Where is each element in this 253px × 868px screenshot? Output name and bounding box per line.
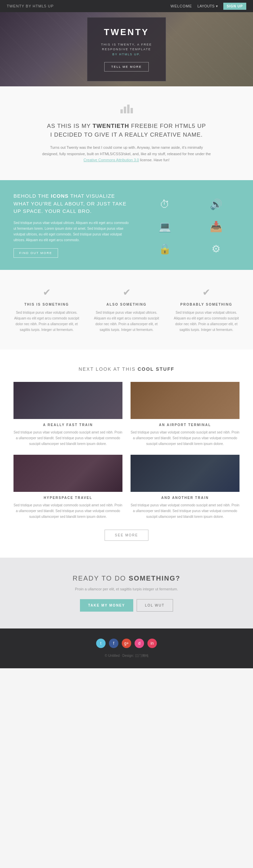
cool-item-4: AND ANOTHER TRAIN Sed tristique purus vi… — [131, 455, 240, 520]
cta-heading-bold: SOMETHING? — [129, 575, 180, 582]
hero-box: TWENTY THIS IS TWENTY, A FREE RESPONSIVE… — [87, 17, 166, 81]
chevron-down-icon: ▾ — [216, 4, 218, 8]
cool-item-text-4: Sed tristique purus vitae volutpat commo… — [131, 502, 240, 520]
footer: t f g+ d in © Untitled · Design: 江门博纯 — [0, 628, 253, 668]
nav-layouts[interactable]: LAYOUTS ▾ — [197, 4, 218, 8]
cool-item-title-2: AN AIRPORT TERMINAL — [131, 423, 240, 427]
cool-item-title-1: A REALLY FAST TRAIN — [13, 423, 122, 427]
cool-image-4 — [131, 455, 240, 492]
hero-button[interactable]: TELL ME MORE — [104, 62, 149, 72]
features-heading-pre: BEHOLD THE — [13, 193, 51, 199]
cool-image-1 — [13, 382, 122, 419]
twitter-icon[interactable]: t — [96, 639, 106, 648]
laptop-icon: 💻 — [159, 221, 171, 232]
check-icon-1: ✔ — [10, 287, 83, 298]
cool-item-title-4: AND ANOTHER TRAIN — [131, 496, 240, 500]
cta-buttons: TAKE MY MONEY LOL WUT — [13, 599, 240, 612]
cool-item-title-3: HYPERSPACE TRAVEL — [13, 496, 122, 500]
navbar: TWENTY BY HTML5 UP WELCOME LAYOUTS ▾ SIG… — [0, 0, 253, 12]
cool-section: NEXT LOOK AT THIS COOL STUFF A REALLY FA… — [0, 349, 253, 558]
cool-heading-pre: NEXT LOOK AT THIS — [79, 366, 138, 372]
hero-sub-span: BY HTML5 UP. — [112, 53, 141, 56]
hero-sub-line1: THIS IS TWENTY, A FREE — [101, 42, 152, 47]
svg-rect-1 — [124, 107, 126, 113]
bar-chart-icon — [20, 103, 233, 116]
facebook-icon[interactable]: f — [109, 639, 118, 648]
col-title-1: THIS IS SOMETHING — [10, 303, 83, 306]
cta-section: READY TO DO SOMETHING? Proin a ullamcor … — [0, 558, 253, 628]
nav-layouts-label: LAYOUTS — [197, 4, 215, 8]
gear-icon: ⚙ — [212, 243, 221, 255]
check-icon-2: ✔ — [90, 287, 163, 298]
cta-heading: READY TO DO SOMETHING? — [13, 575, 240, 582]
svg-rect-2 — [127, 105, 130, 113]
cta-primary-button[interactable]: TAKE MY MONEY — [80, 599, 133, 612]
cool-item-2: AN AIRPORT TERMINAL Sed tristique purus … — [131, 382, 240, 447]
dribbble-icon[interactable]: d — [135, 639, 144, 648]
signup-button[interactable]: SIGN UP — [223, 3, 246, 10]
intro-heading-bold: TWENTIETH — [93, 123, 129, 129]
hero-sub-line3: BY HTML5 UP. — [101, 52, 152, 57]
google-icon[interactable]: g+ — [122, 639, 131, 648]
features-section: BEHOLD THE ICONS THAT VISUALIZE WHAT YOU… — [0, 180, 253, 270]
col-text-2: Sed tristique purus vitae volutpat ultri… — [90, 310, 163, 333]
social-icons: t f g+ d in — [13, 639, 240, 648]
intro-heading: AS THIS IS MY TWENTIETH FREEBIE FOR HTML… — [20, 122, 233, 139]
cool-grid: A REALLY FAST TRAIN Sed tristique purus … — [13, 382, 240, 520]
col-text-3: Sed tristique purus vitae volutpat ultri… — [170, 310, 243, 333]
inbox-icon: 📥 — [210, 221, 222, 232]
svg-rect-0 — [120, 109, 123, 113]
hero-subtitle: THIS IS TWENTY, A FREE RESPONSIVE TEMPLA… — [101, 42, 152, 57]
col-text-1: Sed tristique purus vitae volutpat ultri… — [10, 310, 83, 333]
nav-welcome[interactable]: WELCOME — [171, 4, 192, 8]
cool-item-1: A REALLY FAST TRAIN Sed tristique purus … — [13, 382, 122, 447]
features-heading: BEHOLD THE ICONS THAT VISUALIZE WHAT YOU… — [13, 192, 131, 215]
hero-sub-line2: RESPONSIVE TEMPLATE — [101, 47, 152, 52]
cta-text: Proin a ullamcor per elit, et sagittis t… — [13, 587, 240, 591]
intro-heading-line2: I DECIDED TO GIVE IT A REALLY CREATIVE N… — [50, 132, 203, 138]
features-text: BEHOLD THE ICONS THAT VISUALIZE WHAT YOU… — [13, 192, 131, 258]
speaker-icon: 🔊 — [210, 198, 222, 210]
intro-link[interactable]: Creative Commons Attribution 3.0 — [84, 158, 139, 162]
brand-sub: BY HTML5 UP — [24, 4, 54, 8]
intro-text-post: license. Have fun! — [140, 158, 169, 162]
cool-more: SEE MORE — [13, 530, 240, 541]
col-item-1: ✔ THIS IS SOMETHING Sed tristique purus … — [10, 287, 83, 333]
cool-item-3: HYPERSPACE TRAVEL Sed tristique purus vi… — [13, 455, 122, 520]
check-icon-3: ✔ — [170, 287, 243, 298]
intro-heading-post: FREEBIE FOR HTML5 UP — [129, 123, 206, 129]
features-heading-bold: ICONS — [51, 193, 69, 199]
intro-text-pre: Turns out Twenty was the best I could co… — [42, 145, 211, 156]
features-icons: ⏱ 🔊 💻 📥 🔒 ⚙ — [141, 192, 240, 258]
cta-heading-pre: READY TO DO — [73, 575, 129, 582]
three-col-section: ✔ THIS IS SOMETHING Sed tristique purus … — [0, 270, 253, 349]
brand-name: TWENTY — [7, 4, 24, 8]
cta-secondary-button[interactable]: LOL WUT — [137, 599, 173, 612]
intro-heading-pre: AS THIS IS MY — [47, 123, 92, 129]
intro-text: Turns out Twenty was the best I could co… — [42, 144, 211, 163]
footer-copyright: © Untitled · Design: 江门博纯 — [13, 653, 240, 658]
lock-icon: 🔒 — [159, 243, 171, 255]
cool-heading: NEXT LOOK AT THIS COOL STUFF — [13, 366, 240, 372]
cool-item-text-3: Sed tristique purus vitae volutpat commo… — [13, 502, 122, 520]
clock-icon: ⏱ — [160, 199, 170, 210]
instagram-icon[interactable]: in — [147, 639, 157, 648]
features-button[interactable]: FIND OUT MORE — [13, 248, 58, 258]
nav-right: WELCOME LAYOUTS ▾ SIGN UP — [171, 3, 247, 10]
intro-section: AS THIS IS MY TWENTIETH FREEBIE FOR HTML… — [0, 86, 253, 180]
nav-brand: TWENTY BY HTML5 UP — [7, 4, 54, 8]
col-item-3: ✔ PROBABLY SOMETHING Sed tristique purus… — [170, 287, 243, 333]
features-body: Sed tristique purus vitae volutpat ultri… — [13, 220, 131, 243]
col-title-3: PROBABLY SOMETHING — [170, 303, 243, 306]
cool-image-3 — [13, 455, 122, 492]
see-more-button[interactable]: SEE MORE — [105, 530, 149, 541]
col-item-2: ✔ ALSO SOMETHING Sed tristique purus vit… — [90, 287, 163, 333]
cool-image-2 — [131, 382, 240, 419]
cool-item-text-2: Sed tristique purus vitae volutpat commo… — [131, 429, 240, 447]
cool-item-text-1: Sed tristique purus vitae volutpat commo… — [13, 429, 122, 447]
col-title-2: ALSO SOMETHING — [90, 303, 163, 306]
hero-section: TWENTY THIS IS TWENTY, A FREE RESPONSIVE… — [0, 12, 253, 86]
svg-rect-3 — [131, 108, 133, 113]
hero-title: TWENTY — [101, 27, 152, 37]
cool-heading-bold: COOL STUFF — [138, 366, 174, 372]
